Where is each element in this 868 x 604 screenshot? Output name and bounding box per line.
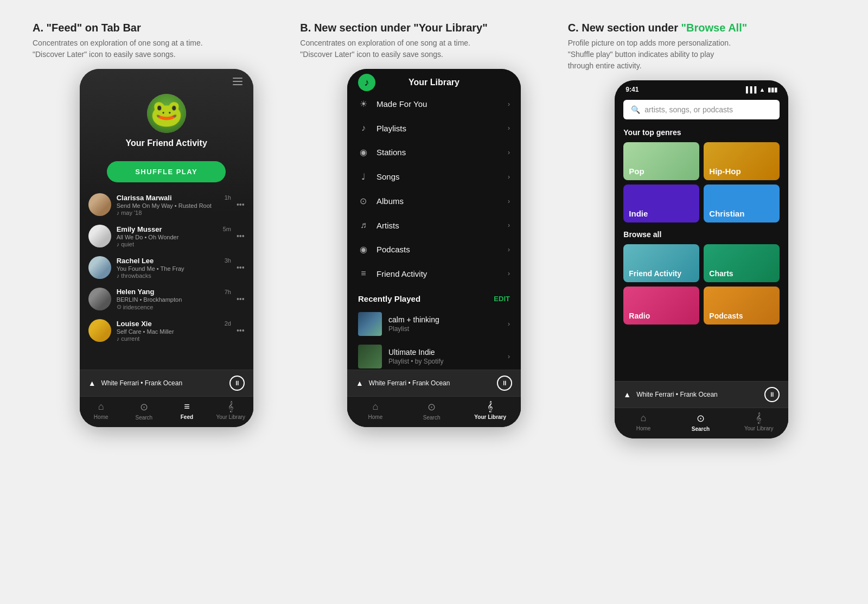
friend-more-emily[interactable]: ••• [237,232,245,240]
tab-search-a[interactable]: ⊙ Search [130,401,157,421]
menu-made-for-you[interactable]: ☀ Made For You › [347,92,521,116]
recently-played-header: Recently Played EDIT [347,285,521,308]
phone-b: ♪ Your Library ☀ Made For You › ♪ Playli… [347,69,521,427]
genre-card-indie[interactable]: Indie [623,185,699,222]
chevron-right-playlist-1: › [508,320,510,328]
friend-avatar-clarissa [88,193,111,216]
home-icon-c: ⌂ [641,412,647,424]
menu-albums[interactable]: ⊙ Albums › [347,189,521,213]
friend-item-rachel: Rachel Lee You Found Me • The Fray ♪ thr… [88,252,245,283]
menu-artists[interactable]: ♬ Artists › [347,213,521,237]
tab-home-label-b: Home [368,414,383,420]
section-c-desc1: Profile picture on top adds more persona… [568,37,742,49]
chevron-up-icon-b: ▲ [356,379,363,387]
browse-all-title: Browse all [623,230,780,239]
tab-library-label-b: Your Library [474,414,506,420]
now-playing-text-c: White Ferrari • Frank Ocean [636,391,759,398]
friend-more-clarissa[interactable]: ••• [237,200,245,209]
chevron-right-icon-6: › [508,221,510,229]
search-placeholder: artists, songs, or podcasts [644,105,733,114]
menu-stations[interactable]: ◉ Stations › [347,140,521,164]
recently-played-title: Recently Played [358,294,420,303]
playlist-thumb-calm [358,312,382,336]
genre-card-christian[interactable]: Christian [704,185,780,222]
tab-search-label-b: Search [423,415,441,421]
browse-card-charts[interactable]: Charts [704,244,780,282]
tab-search-c[interactable]: ⊙ Search [687,412,714,432]
library-icon-b: 𝄞 [487,401,493,412]
browse-card-radio[interactable]: Radio [623,287,699,325]
chevron-right-playlist-2: › [508,353,510,360]
menu-podcasts[interactable]: ◉ Podcasts › [347,237,521,262]
edit-button[interactable]: EDIT [494,295,510,303]
tab-home-c[interactable]: ⌂ Home [630,412,657,432]
browse-card-friend-activity[interactable]: Friend Activity [623,244,699,282]
chevron-right-icon-2: › [508,124,510,132]
section-a: A. "Feed" on Tab Bar Concentrates on exp… [33,22,300,438]
hamburger-icon[interactable] [233,78,242,85]
playlist-calm[interactable]: calm + thinking Playlist › [347,308,521,340]
tab-library-label-c: Your Library [744,425,774,431]
friend-name-louise: Louise Xie [117,320,219,328]
now-playing-bar-b[interactable]: ▲ White Ferrari • Frank Ocean ⏸ [347,370,521,396]
tab-library-label-a: Your Library [216,414,246,420]
friend-meta-clarissa: ♪ may '18 [117,209,219,216]
genre-card-pop[interactable]: Pop [623,142,699,180]
chevron-right-icon-5: › [508,198,510,205]
shuffle-play-button[interactable]: SHUFFLE PLAY [107,161,226,182]
playlist-sub-calm: Playlist [388,325,501,333]
menu-playlists[interactable]: ♪ Playlists › [347,116,521,140]
friend-more-louise[interactable]: ••• [237,326,245,335]
tab-feed-a[interactable]: ≡ Feed [173,401,200,421]
search-bar[interactable]: 🔍 artists, songs, or podcasts [623,100,780,119]
menu-friend-activity[interactable]: ≡ Friend Activity › [347,262,521,285]
friend-item-louise: Louise Xie Self Care • Mac Miller ♪ curr… [88,315,245,346]
friend-more-helen[interactable]: ••• [237,295,245,303]
section-b-title: B. New section under "Your Library" [300,22,567,34]
tab-search-b[interactable]: ⊙ Search [418,401,445,421]
friend-more-rachel[interactable]: ••• [237,263,245,272]
friend-avatar-emily [88,225,111,247]
friend-avatar-helen [88,288,111,310]
search-icon-a: ⊙ [140,401,148,413]
playlist-sub-indie: Playlist • by Spotify [388,358,501,365]
friend-meta-helen: ⊙ iridescence [117,303,219,310]
tab-library-b[interactable]: 𝄞 Your Library [474,401,506,421]
now-playing-bar-c[interactable]: ▲ White Ferrari • Frank Ocean ⏸ [615,381,788,408]
browse-card-podcasts[interactable]: Podcasts [704,287,780,325]
menu-songs[interactable]: ♩ Songs › [347,164,521,189]
avatar [147,94,186,133]
friend-song-helen: BERLIN • Brockhampton [117,296,219,303]
menu-label-friend-activity: Friend Activity [376,269,500,278]
friend-name-emily: Emily Musser [117,225,218,233]
genre-grid: Pop Hip-Hop Indie Christian [623,142,780,222]
genre-label-indie: Indie [629,209,648,218]
search-icon-b: ⊙ [427,401,436,413]
genre-card-hiphop[interactable]: Hip-Hop [704,142,780,180]
radio-icon: ◉ [358,147,369,157]
kermit-avatar [147,94,186,133]
now-playing-bar-a[interactable]: ▲ White Ferrari • Frank Ocean ⏸ [80,370,253,396]
section-a-title: A. "Feed" on Tab Bar [33,22,300,34]
browse-all-grid: Friend Activity Charts Radio Podcasts [623,244,780,325]
friend-item-clarissa: Clarissa Marwali Send Me On My Way • Rus… [88,189,245,220]
friend-meta-rachel: ♪ throwbacks [117,272,219,279]
friend-info-rachel: Rachel Lee You Found Me • The Fray ♪ thr… [117,257,219,279]
friend-avatar-rachel [88,256,111,279]
pause-button-b[interactable]: ⏸ [497,376,512,391]
search-bar-container: 🔍 artists, songs, or podcasts [615,96,788,126]
menu-label-albums: Albums [376,196,500,206]
pause-button-a[interactable]: ⏸ [229,376,245,391]
tab-home-a[interactable]: ⌂ Home [87,401,114,421]
chevron-right-icon-3: › [508,149,510,156]
artist-icon: ♬ [358,220,369,230]
spotify-logo-b: ♪ [358,74,375,91]
playlist-indie[interactable]: Ultimate Indie Playlist • by Spotify › [347,340,521,370]
page-layout: A. "Feed" on Tab Bar Concentrates on exp… [33,22,835,438]
tab-library-a[interactable]: 𝄞 Your Library [216,401,246,421]
tab-library-c[interactable]: 𝄞 Your Library [744,412,774,432]
tab-home-b[interactable]: ⌂ Home [362,401,389,421]
friend-time-clarissa: 1h [225,193,231,201]
pause-button-c[interactable]: ⏸ [764,387,780,402]
wifi-icon: ▲ [759,86,765,93]
